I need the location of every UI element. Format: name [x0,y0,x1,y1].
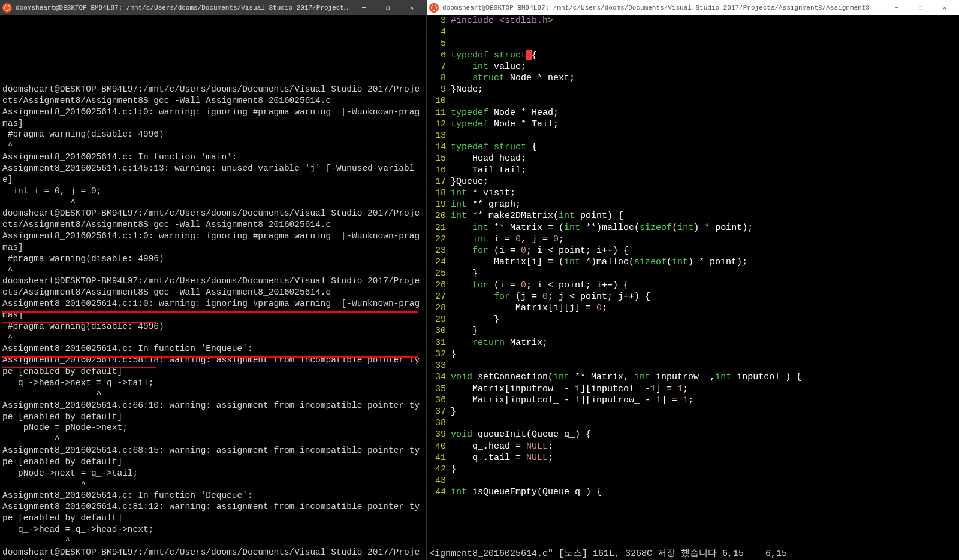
text-cursor [526,50,532,60]
ubuntu-icon [429,3,439,13]
terminal-line: pNode->next = q_->tail; [2,468,424,479]
close-button[interactable]: ✕ [933,0,957,15]
code-content: int ** Matrix = (int **)malloc(sizeof(in… [451,222,959,234]
code-line: 23 for (i = 0; i < point; i++) { [427,245,959,256]
code-content: }Queue; [451,176,959,187]
line-number: 16 [427,165,451,176]
code-line: 3#include <stdlib.h> [427,15,959,26]
terminal-line: #pragma warning(disable: 4996) [2,253,424,265]
code-content: Matrix[inputrow_ - 1][inputcol_ -1] = 1; [451,383,959,395]
line-number: 29 [427,314,451,325]
code-line: 43 [427,475,959,486]
terminal-line: ^ [2,479,424,491]
line-number: 24 [427,256,451,268]
line-number: 12 [427,119,451,130]
line-number: 21 [427,222,451,234]
line-number: 20 [427,210,451,222]
maximize-button[interactable]: ❐ [909,0,933,15]
line-number: 19 [427,199,451,210]
line-number: 5 [427,38,451,49]
terminal-line: Assignment8_2016025614.c:68:15: warning:… [2,445,424,468]
code-line: 14typedef struct { [427,141,959,153]
terminal-line: doomsheart@DESKTOP-BM94L97:/mnt/c/Users/… [2,208,424,231]
maximize-button[interactable]: ❐ [376,0,400,15]
line-number: 26 [427,280,451,291]
code-content: q_.tail = NULL; [451,452,959,464]
line-number: 37 [427,406,451,417]
code-line: 19int ** graph; [427,199,959,210]
code-content: Matrix[inputcol_ - 1][inputrow_ - 1] = 1… [451,395,959,406]
ubuntu-icon [2,3,12,13]
line-number: 10 [427,95,451,107]
title-text-right: doomsheart@DESKTOP-BM94L97: /mnt/c/Users… [442,4,885,11]
code-content: int value; [451,61,959,72]
code-line: 12typedef Node * Tail; [427,119,959,130]
titlebar-left[interactable]: doomsheart@DESKTOP-BM94L97: /mnt/c/Users… [0,0,426,15]
terminal-line: #pragma warning(disable: 4996) [2,129,424,140]
terminal-line: doomsheart@DESKTOP-BM94L97:/mnt/c/Users/… [2,84,424,107]
code-line: 31 return Matrix; [427,337,959,349]
code-line: 39void queueInit(Queue q_) { [427,429,959,440]
terminal-window-left: doomsheart@DESKTOP-BM94L97: /mnt/c/Users… [0,0,427,560]
annotation-underline [2,367,156,368]
code-line: 7 int value; [427,61,959,72]
code-content [451,95,959,107]
title-text-left: doomsheart@DESKTOP-BM94L97: /mnt/c/Users… [16,4,352,11]
line-number: 22 [427,234,451,245]
terminal-line: Assignment8_2016025614.c: In function 'm… [2,152,424,163]
code-content [451,417,959,429]
line-number: 8 [427,72,451,84]
code-line: 21 int ** Matrix = (int **)malloc(sizeof… [427,222,959,234]
code-editor[interactable]: 3#include <stdlib.h>456typedef struct{7 … [427,15,959,560]
annotation-underline [2,311,418,313]
code-content: } [451,314,959,325]
minimize-button[interactable]: — [885,0,909,15]
code-line: 15 Head head; [427,153,959,164]
terminal-line: Assignment8_2016025614.c: In function 'E… [2,343,424,355]
code-content: } [451,268,959,279]
line-number: 17 [427,176,451,187]
window-controls-left: — ❐ ✕ [352,0,424,15]
code-content: typedef struct { [451,141,959,153]
line-number: 9 [427,84,451,95]
line-number: 38 [427,417,451,429]
terminal-line: Assignment8_2016025614.c:1:0: warning: i… [2,298,424,321]
code-line: 22 int i = 0, j = 0; [427,234,959,245]
terminal-line: Assignment8_2016025614.c:81:12: warning:… [2,501,424,524]
code-line: 8 struct Node * next; [427,72,959,84]
code-content: void setConnection(int ** Matrix, int in… [451,371,959,383]
code-content: } [451,349,959,360]
line-number: 34 [427,371,451,383]
code-line: 33 [427,360,959,371]
code-content [451,26,959,38]
minimize-button[interactable]: — [352,0,376,15]
terminal-output[interactable]: doomsheart@DESKTOP-BM94L97:/mnt/c/Users/… [0,15,426,560]
code-content [451,38,959,49]
line-number: 35 [427,383,451,395]
titlebar-right[interactable]: doomsheart@DESKTOP-BM94L97: /mnt/c/Users… [427,0,959,15]
terminal-line: ^ [2,389,424,400]
code-content: Matrix[i][j] = 0; [451,302,959,314]
terminal-line: Assignment8_2016025614.c:145:13: warning… [2,163,424,186]
close-button[interactable]: ✕ [400,0,424,15]
line-number: 13 [427,130,451,141]
line-number: 44 [427,486,451,498]
code-content: void queueInit(Queue q_) { [451,429,959,440]
code-content: int * visit; [451,187,959,199]
code-content: for (j = 0; j < point; j++) { [451,291,959,302]
line-number: 4 [427,26,451,38]
code-content [451,360,959,371]
line-number: 42 [427,464,451,475]
code-line: 38 [427,417,959,429]
terminal-line: ^ [2,197,424,208]
code-content: q_.head = NULL; [451,441,959,452]
terminal-line: doomsheart@DESKTOP-BM94L97:/mnt/c/Users/… [2,547,424,560]
code-line: 25 } [427,268,959,279]
terminal-line: Assignment8_2016025614.c:58:18: warning:… [2,355,424,377]
terminal-line: Assignment8_2016025614.c:1:0: warning: i… [2,231,424,253]
line-number: 27 [427,291,451,302]
window-controls-right: — ❐ ✕ [885,0,957,15]
code-line: 26 for (i = 0; i < point; i++) { [427,280,959,291]
terminal-line: q_->head = q_->head->next; [2,524,424,535]
line-number: 40 [427,441,451,452]
